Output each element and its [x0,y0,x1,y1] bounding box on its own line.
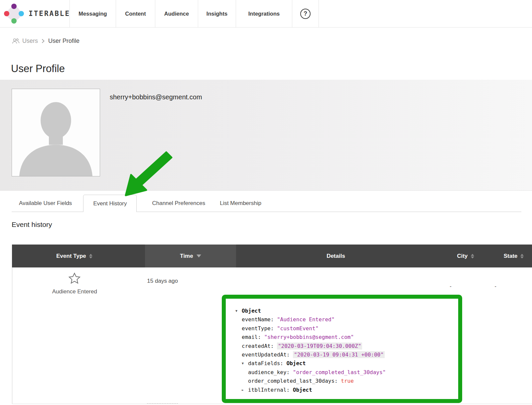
tab-list-membership[interactable]: List Membership [212,195,269,212]
tab-label: List Membership [220,200,261,207]
nav-item-insights[interactable]: Insights [198,0,236,27]
sort-icon [520,254,524,258]
breadcrumb-parent-label: Users [22,38,38,45]
json-line: eventUpdatedAt:"2020-03-19 09:04:31 +00:… [226,351,458,359]
nav-item-messaging[interactable]: Messaging [69,0,116,27]
sort-icon [89,254,92,258]
tab-label: Available User Fields [19,200,72,207]
json-value: "order_completed_last_30days" [293,369,386,375]
nav-item-content[interactable]: Content [116,0,155,27]
json-key: audience_key: [248,369,290,375]
json-key: eventUpdatedAt: [242,352,290,358]
json-value: "customEvent" [277,325,319,332]
json-line: eventName:"Audience Entered" [226,315,458,324]
json-line: eventType:"customEvent" [226,324,458,333]
tab-label: Channel Preferences [152,200,205,207]
nav-item-label: Insights [206,11,227,17]
brand-logo[interactable]: ITERABLE [0,0,69,27]
expand-toggle-icon[interactable]: ▼ [235,307,242,315]
help-icon: ? [300,9,311,19]
json-value: "2020-03-19T09:04:30.000Z" [277,343,362,350]
annotation-arrow [116,150,176,199]
event-details-json: ▼Object eventName:"Audience Entered" eve… [226,299,458,394]
json-key: order_completed_last_30days: [248,378,338,384]
primary-nav: Messaging Content Audience Insights Inte… [69,0,292,27]
expand-toggle-icon[interactable]: ▼ [242,359,248,368]
column-header-city[interactable]: City [436,245,479,267]
iterable-logo-icon [5,4,23,23]
breadcrumb: Users User Profile [12,38,79,45]
profile-header: sherry+bobbins@segment.com [0,80,532,191]
star-icon[interactable] [67,272,81,285]
column-label: Event Type [56,253,86,259]
column-header-details: Details [236,245,436,267]
column-label: Details [327,253,345,259]
state-value: - [494,283,496,404]
avatar [12,89,100,176]
nav-item-integrations[interactable]: Integrations [236,0,292,27]
chevron-right-icon [41,38,45,44]
json-value: "sherry+bobbins@segment.com" [264,334,354,340]
nav-item-label: Audience [164,11,189,17]
json-line: order_completed_last_30days:true [226,377,458,385]
page-title: User Profile [11,63,65,75]
breadcrumb-current: User Profile [48,38,79,45]
json-value: true [341,378,354,384]
column-label: City [457,253,467,259]
column-header-time[interactable]: Time [145,245,236,267]
expand-toggle-icon[interactable]: ► [242,386,248,394]
json-value: "Audience Entered" [277,316,334,323]
annotation-box: ▼Object eventName:"Audience Entered" eve… [222,295,462,403]
nav-item-label: Content [125,11,146,17]
json-key: createdAt: [242,343,274,349]
json-value: Object [293,387,312,393]
breadcrumb-users-link[interactable]: Users [12,38,38,45]
json-key: eventType: [242,325,274,332]
nav-item-audience[interactable]: Audience [155,0,198,27]
help-button[interactable]: ? [292,0,319,27]
column-header-event-type[interactable]: Event Type [12,245,145,267]
state-cell: - [479,267,532,404]
user-email: sherry+bobbins@segment.com [110,93,202,101]
column-label: State [504,253,518,259]
json-key: itblInternal: [248,387,290,393]
json-line: audience_key:"order_completed_last_30day… [226,368,458,377]
json-key: email: [242,334,261,340]
tab-available-user-fields[interactable]: Available User Fields [12,195,79,212]
tab-label: Event History [93,200,127,207]
json-line: createdAt:"2020-03-19T09:04:30.000Z" [226,342,458,351]
event-table-header: Event Type Time Details City State [12,245,532,267]
json-value: "2020-03-19 09:04:31 +00:00" [293,351,385,358]
relative-time[interactable]: 15 days ago [147,278,178,404]
row-divider [12,404,532,404]
page: ITERABLE Messaging Content Audience Insi… [0,0,532,405]
column-label: Time [180,253,193,259]
event-type-cell: Audience Entered [12,267,145,404]
nav-item-label: Integrations [248,11,280,17]
avatar-placeholder-icon [12,89,100,176]
sort-desc-icon [197,254,201,257]
users-icon [12,38,20,44]
top-nav: ITERABLE Messaging Content Audience Insi… [0,0,532,28]
json-key: eventName: [242,316,274,323]
json-line: email:"sherry+bobbins@segment.com" [226,333,458,342]
json-line: ▼dataFields:Object [226,359,458,368]
json-line: ►itblInternal:Object [226,386,458,394]
nav-item-label: Messaging [78,11,107,17]
column-header-state[interactable]: State [479,245,532,267]
brand-wordmark: ITERABLE [29,10,70,18]
json-value: Object [242,308,261,314]
json-value: Object [287,360,306,366]
section-title: Event history [12,221,52,229]
json-line: ▼Object [226,307,458,315]
event-type-label: Audience Entered [52,288,97,295]
json-key: dataFields: [248,360,283,366]
sort-icon [471,254,474,258]
